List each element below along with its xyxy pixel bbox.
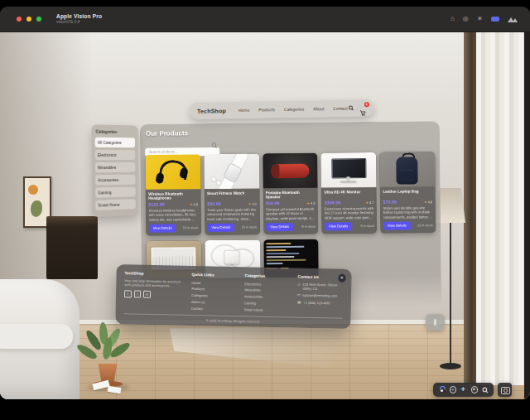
star-icon: ★ — [190, 202, 193, 206]
product-card[interactable]: Smart Fitness Watch $89.99 ★4.2 Track yo… — [204, 153, 260, 235]
floor-lamp-pole — [450, 223, 451, 365]
view-details-button[interactable]: View Details — [207, 224, 234, 232]
headphones-photo — [145, 154, 200, 190]
footer-categories-column: Categories Electronics Wearables Accesso… — [244, 273, 292, 315]
window-title: Apple Vision Pro — [56, 13, 102, 19]
product-card[interactable]: Wireless Bluetooth Headphones $129.99 ★4… — [145, 154, 201, 236]
laptop-bag-photo — [379, 152, 435, 187]
mail-icon: ✉ — [297, 293, 300, 297]
move-control-icon[interactable] — [458, 383, 469, 397]
facebook-icon[interactable]: f — [124, 291, 132, 298]
product-grid-row1: Wireless Bluetooth Headphones $129.99 ★4… — [145, 152, 436, 236]
product-description: Experience stunning visuals with this 27… — [325, 206, 374, 220]
product-card[interactable]: Portable Bluetooth Speaker $59.99 ★4.3 C… — [263, 153, 319, 235]
sidebar-item-electronics[interactable]: Electronics — [95, 150, 135, 160]
product-name: Wireless Bluetooth Headphones — [148, 191, 198, 201]
product-description: Premium wireless headphones with noise c… — [148, 208, 198, 222]
social-links: f t ⊙ — [124, 291, 186, 299]
smartwatch-photo — [204, 153, 259, 189]
star-icon: ★ — [307, 200, 311, 205]
nav-link-contact[interactable]: Contact — [333, 106, 347, 111]
view-details-button[interactable]: View Details — [266, 223, 293, 231]
footer-tagline: Your one-stop destination for premium te… — [124, 278, 186, 288]
instagram-icon[interactable]: ⊙ — [143, 291, 151, 298]
product-card[interactable]: Leather Laptop Bag $79.99 ★4.6 Stylish a… — [379, 152, 436, 234]
sidebar-item-gaming[interactable]: Gaming — [95, 187, 135, 198]
cart-icon[interactable]: 0 — [359, 104, 366, 111]
room-right-edge — [524, 32, 530, 399]
product-search — [145, 141, 219, 150]
floor-lamp-base — [440, 363, 461, 369]
recenter-control-icon[interactable] — [436, 383, 447, 397]
product-rating: 4.2 — [252, 201, 257, 205]
contact-phone[interactable]: +1 (555) 123-4567 — [303, 300, 330, 305]
nav-link-about[interactable]: About — [313, 106, 324, 111]
orbit-control-icon[interactable] — [469, 383, 479, 397]
brightness-icon[interactable]: ☀ — [477, 16, 483, 22]
view-details-button[interactable]: View Details — [325, 222, 352, 230]
display-icon[interactable] — [491, 17, 499, 22]
close-window-button[interactable] — [17, 17, 22, 22]
zoom-control-icon[interactable] — [479, 383, 490, 397]
nav-link-categories[interactable]: Categories — [284, 107, 304, 112]
window-side-button[interactable] — [426, 314, 445, 331]
home-icon[interactable]: ⌂ — [450, 16, 455, 22]
product-rating: 4.6 — [428, 200, 433, 204]
product-price: $89.99 — [207, 201, 221, 206]
view-details-button[interactable]: View Details — [149, 224, 176, 232]
product-card[interactable]: Ultra HD 4K Monitor $349.99 ★4.7 Experie… — [321, 152, 378, 234]
nav-link-home[interactable]: Home — [238, 108, 249, 113]
footer-brand: TechShop — [125, 271, 186, 277]
sidebar-item-accessories[interactable]: Accessories — [95, 175, 135, 186]
search-icon[interactable] — [349, 105, 354, 110]
window-subtitle: visionOS 2.4 — [56, 20, 102, 25]
viewport: TechShop Home Products Categories About … — [0, 32, 530, 399]
terrain-icon[interactable] — [508, 17, 518, 22]
cart-count-badge: 0 — [364, 102, 369, 107]
simulator-toolbar: ⌂ ◎ ☀ — [450, 16, 518, 22]
star-icon: ★ — [424, 200, 427, 204]
product-name: Smart Fitness Watch — [207, 191, 257, 200]
nav-links: Home Products Categories About Contact — [238, 106, 348, 113]
close-icon[interactable]: ✕ — [338, 274, 346, 282]
zoom-window-button[interactable] — [36, 17, 41, 22]
environment-rotate-icon[interactable]: ◎ — [463, 16, 469, 22]
sidebar-item-smart-home[interactable]: Smart Home — [95, 199, 135, 210]
twitter-icon[interactable]: t — [133, 291, 141, 298]
footer-link-contact[interactable]: Contact — [191, 306, 238, 313]
footer-panel: ✕ TechShop Your one-stop destination for… — [115, 264, 351, 329]
contact-address: 123 Tech Street, Silicon Valley, CA — [302, 282, 343, 292]
product-name: Portable Bluetooth Speaker — [266, 191, 316, 200]
stock-label: 5 in stock — [360, 224, 373, 228]
stock-label: 12 in stock — [417, 224, 433, 228]
footer-link-smart-home[interactable]: Smart Home — [244, 307, 292, 315]
stock-label: 8 in stock — [302, 224, 316, 229]
footer-brand-column: TechShop Your one-stop destination for p… — [124, 271, 186, 312]
capture-button[interactable] — [498, 383, 512, 397]
product-price: $79.99 — [383, 200, 397, 205]
viewport-controls — [433, 383, 494, 397]
column-title: Quick Links — [191, 273, 238, 278]
product-rating: 4.3 — [311, 200, 316, 205]
categories-sidebar: Categories All Categories Electronics We… — [91, 124, 138, 217]
sidebar-item-wearables[interactable]: Wearables — [95, 162, 135, 172]
traffic-lights — [17, 17, 41, 22]
product-price: $349.99 — [325, 200, 341, 205]
footer-contact-column: Contact Us ◎123 Tech Street, Silicon Val… — [297, 275, 344, 316]
column-title: Contact Us — [297, 275, 343, 280]
techshop-navbar: TechShop Home Products Categories About … — [190, 99, 373, 119]
sidebar-item-all-categories[interactable]: All Categories — [95, 138, 135, 148]
brand-logo[interactable]: TechShop — [197, 108, 226, 114]
pan-control-icon[interactable] — [447, 383, 458, 397]
curtains — [476, 32, 524, 385]
speaker-photo — [263, 153, 318, 189]
product-description: Stylish and durable genuine leather lapt… — [383, 205, 433, 220]
minimize-window-button[interactable] — [26, 17, 31, 22]
contact-email[interactable]: support@techshop.com — [302, 293, 337, 298]
nav-link-products[interactable]: Products — [258, 107, 275, 112]
product-name: Ultra HD 4K Monitor — [325, 190, 374, 200]
sofa — [0, 279, 80, 399]
product-name: Leather Laptop Bag — [383, 189, 432, 199]
view-details-button[interactable]: View Details — [383, 221, 411, 229]
location-icon: ◎ — [297, 282, 301, 291]
